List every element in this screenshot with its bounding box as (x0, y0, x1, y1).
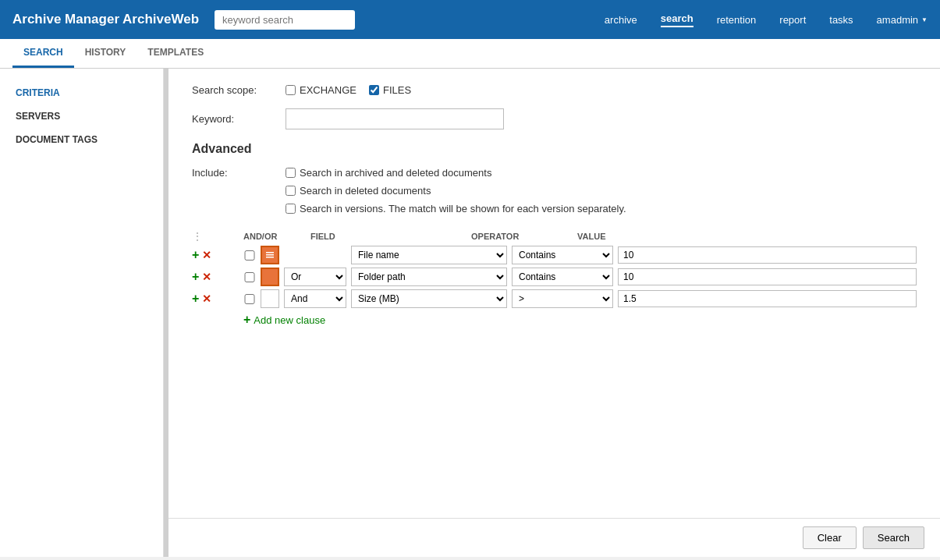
clause-field-2[interactable]: File name Folder path Size (MB) (351, 268, 507, 286)
add-clause-btn-2[interactable]: + (192, 271, 199, 283)
remove-clause-btn-3[interactable]: ✕ (202, 293, 211, 304)
search-button[interactable]: Search (863, 526, 924, 549)
files-checkbox-label[interactable]: FILES (369, 84, 411, 96)
clause-field-1[interactable]: File name Folder path Size (MB) (351, 246, 507, 264)
clause-value-1[interactable] (618, 246, 917, 264)
add-clause-btn-1[interactable]: + (192, 249, 199, 261)
sidebar-item-criteria[interactable]: CRITERIA (0, 81, 163, 105)
include-versions-checkbox[interactable] (286, 204, 296, 214)
keyword-label: Keyword: (192, 113, 286, 125)
header-spacer: ⋮ (192, 230, 208, 243)
add-new-clause-icon: + (243, 313, 250, 327)
remove-clause-btn-2[interactable]: ✕ (202, 271, 211, 282)
search-scope-row: Search scope: EXCHANGE FILES (192, 84, 917, 96)
nav-search[interactable]: search (661, 12, 693, 27)
include-label: Include: (192, 167, 286, 179)
clause-checkbox-2[interactable] (243, 272, 256, 282)
clause-row-1: + ✕ File name Folder path Size (MB) Cont… (192, 246, 917, 264)
exchange-checkbox[interactable] (286, 85, 296, 95)
include-deleted-label[interactable]: Search in deleted documents (286, 185, 626, 197)
nav-report[interactable]: report (779, 14, 806, 26)
files-checkbox[interactable] (369, 85, 379, 95)
sidebar: CRITERIA SERVERS DOCUMENT TAGS (0, 69, 164, 557)
main-nav: archive search retention report tasks am… (605, 12, 928, 27)
clause-value-3[interactable] (618, 290, 917, 307)
row-icon-3 (261, 289, 279, 308)
include-archived-deleted-checkbox[interactable] (286, 168, 296, 178)
clause-section: ⋮ AND/OR FIELD OPERATOR VALUE + ✕ (192, 230, 917, 327)
svg-rect-0 (266, 252, 274, 253)
clause-andor-3[interactable]: And Or (284, 289, 346, 308)
exchange-checkbox-label[interactable]: EXCHANGE (286, 84, 356, 96)
col-header-field: FIELD (310, 232, 466, 241)
nav-tasks[interactable]: tasks (829, 14, 853, 26)
clause-row-3: + ✕ And Or File name Folder path Size (M… (192, 289, 917, 308)
app-title: Archive Manager ArchiveWeb (12, 12, 199, 27)
clause-actions-2: + ✕ (192, 271, 239, 283)
remove-clause-btn-1[interactable]: ✕ (202, 250, 211, 261)
include-archived-deleted-label[interactable]: Search in archived and deleted documents (286, 167, 626, 179)
clear-button[interactable]: Clear (803, 526, 857, 549)
svg-rect-1 (266, 254, 274, 256)
keyword-input[interactable] (286, 108, 504, 129)
col-header-operator: OPERATOR (471, 232, 573, 241)
tab-bar: SEARCH HISTORY TEMPLATES (0, 39, 940, 69)
svg-rect-2 (266, 257, 274, 258)
add-new-clause-label: Add new clause (254, 314, 325, 326)
tab-search[interactable]: SEARCH (12, 39, 74, 68)
clause-operator-2[interactable]: Contains Does not contain Equals (512, 268, 613, 286)
advanced-title: Advanced (192, 142, 917, 156)
clause-checkbox-3[interactable] (243, 294, 256, 304)
clause-checkbox-1[interactable] (243, 250, 256, 261)
include-checkboxes: Search in archived and deleted documents… (286, 167, 626, 214)
sidebar-item-servers[interactable]: SERVERS (0, 105, 163, 128)
include-deleted-checkbox[interactable] (286, 186, 296, 196)
row-icon-2 (261, 268, 279, 286)
keyword-row: Keyword: (192, 108, 917, 129)
clause-actions-1: + ✕ (192, 249, 239, 261)
main-layout: CRITERIA SERVERS DOCUMENT TAGS Search sc… (0, 69, 940, 557)
add-clause-btn-3[interactable]: + (192, 292, 199, 305)
row-icon-1 (261, 246, 279, 264)
nav-admin[interactable]: amadmin (877, 14, 928, 26)
clause-operator-3[interactable]: Contains Does not contain Equals > < (512, 289, 613, 308)
col-header-andor: AND/OR (243, 232, 306, 241)
include-versions-label[interactable]: Search in versions. The match will be sh… (286, 203, 626, 214)
add-new-clause[interactable]: + Add new clause (243, 313, 917, 327)
clause-actions-3: + ✕ (192, 292, 239, 305)
clause-operator-1[interactable]: Contains Does not contain Equals (512, 246, 613, 264)
clause-value-2[interactable] (618, 268, 917, 285)
nav-archive[interactable]: archive (605, 14, 637, 26)
sidebar-item-document-tags[interactable]: DOCUMENT TAGS (0, 128, 163, 151)
tab-templates[interactable]: TEMPLATES (137, 39, 215, 68)
footer: Clear Search (168, 518, 940, 557)
clause-header-row: ⋮ AND/OR FIELD OPERATOR VALUE (192, 230, 917, 243)
clause-row-2: + ✕ Or And File name Folder path Size (M… (192, 268, 917, 286)
content-area: Search scope: EXCHANGE FILES Keyword: Ad… (168, 69, 940, 557)
clause-andor-2[interactable]: Or And (284, 268, 346, 286)
search-scope-checkboxes: EXCHANGE FILES (286, 84, 411, 96)
include-row: Include: Search in archived and deleted … (192, 167, 917, 214)
tab-history[interactable]: HISTORY (74, 39, 137, 68)
col-header-value: VALUE (577, 232, 917, 241)
nav-retention[interactable]: retention (717, 14, 757, 26)
header: Archive Manager ArchiveWeb archive searc… (0, 0, 940, 39)
search-scope-label: Search scope: (192, 84, 286, 96)
keyword-search-input[interactable] (215, 10, 355, 30)
clause-field-3[interactable]: File name Folder path Size (MB) (351, 289, 507, 308)
